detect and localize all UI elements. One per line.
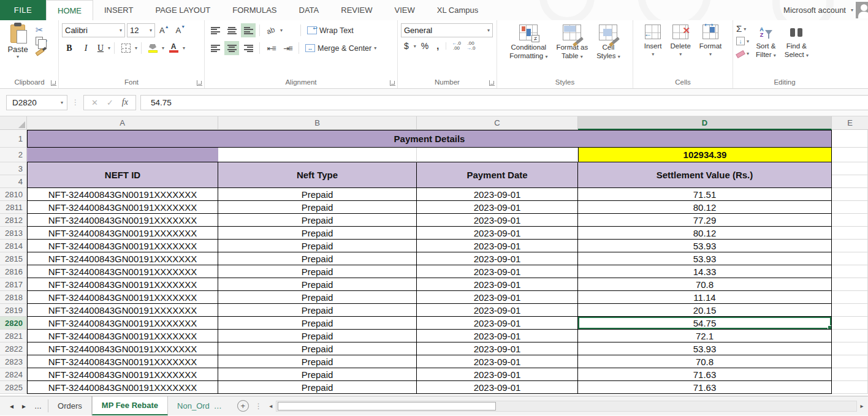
increase-decimal-button[interactable]: ←.0.00 [450, 41, 463, 51]
empty-cell[interactable] [832, 214, 868, 227]
cell-neft-type[interactable]: Prepaid [218, 342, 417, 355]
cell-settlement-value[interactable]: 20.15 [578, 304, 832, 317]
cell-settlement-value[interactable]: 70.8 [578, 355, 832, 368]
cell-payment-date[interactable]: 2023-09-01 [417, 368, 578, 381]
row-header-2813[interactable]: 2813 [0, 227, 27, 240]
selected-cell-d2820[interactable]: 54.75 [578, 317, 832, 330]
italic-button[interactable]: I [78, 41, 93, 55]
empty-cell[interactable] [832, 201, 868, 214]
find-select-button[interactable]: Find & Select ▾ [780, 22, 813, 60]
format-cells-button[interactable]: ⟷ Format ▾ [695, 22, 726, 59]
row-header-2819[interactable]: 2819 [0, 304, 27, 317]
header-neft-type[interactable]: Neft Type [218, 162, 417, 188]
column-header-c[interactable]: C [417, 116, 578, 130]
row-header-2817[interactable]: 2817 [0, 278, 27, 291]
sort-filter-button[interactable]: AZ Sort & Filter ▾ [752, 22, 780, 60]
empty-cell[interactable] [832, 342, 868, 355]
empty-cell[interactable] [832, 304, 868, 317]
fill-button[interactable]: ↓ ▾ [736, 36, 749, 47]
cell-neft-id[interactable]: NFT-324400843GN00191XXXXXXX [27, 188, 218, 201]
cell-neft-id[interactable]: NFT-324400843GN00191XXXXXXX [27, 214, 218, 227]
cell-payment-date[interactable]: 2023-09-01 [417, 201, 578, 214]
cell-neft-type[interactable]: Prepaid [218, 265, 417, 278]
cell-neft-id[interactable]: NFT-324400843GN00191XXXXXXX [27, 265, 218, 278]
new-sheet-button[interactable]: + [237, 400, 249, 412]
row-header-2821[interactable]: 2821 [0, 330, 27, 342]
cell-settlement-value[interactable]: 11.14 [578, 291, 832, 304]
cell-settlement-value[interactable]: 14.33 [578, 265, 832, 278]
empty-cell[interactable] [832, 130, 868, 148]
increase-indent-button[interactable]: ⇥≡ [280, 41, 295, 55]
cell-neft-type[interactable]: Prepaid [218, 355, 417, 368]
tab-insert[interactable]: INSERT [93, 0, 144, 20]
cell-neft-id[interactable]: NFT-324400843GN00191XXXXXXX [27, 278, 218, 291]
cell-settlement-value[interactable]: 53.93 [578, 252, 832, 265]
decrease-indent-button[interactable]: ⇤≡ [264, 41, 278, 55]
empty-cell[interactable] [832, 291, 868, 304]
cell-neft-type[interactable]: Prepaid [218, 214, 417, 227]
empty-cell[interactable] [832, 355, 868, 368]
clipboard-dialog-launcher-icon[interactable] [51, 80, 56, 86]
cell-settlement-value[interactable]: 72.1 [578, 330, 832, 342]
empty-cell[interactable] [832, 188, 868, 201]
cell-neft-type[interactable]: Prepaid [218, 240, 417, 252]
font-dialog-launcher-icon[interactable] [197, 80, 202, 86]
cell-payment-date[interactable]: 2023-09-01 [417, 355, 578, 368]
paste-button[interactable]: Paste ▾ [2, 22, 33, 59]
align-left-button[interactable] [208, 41, 223, 55]
cell-neft-id[interactable]: NFT-324400843GN00191XXXXXXX [27, 304, 218, 317]
cell-neft-type[interactable]: Prepaid [218, 381, 417, 394]
cell-payment-date[interactable]: 2023-09-01 [417, 304, 578, 317]
name-box[interactable]: D2820 ▾ [6, 95, 67, 110]
total-value-cell[interactable]: 102934.39 [578, 148, 832, 162]
cell-neft-id[interactable]: NFT-324400843GN00191XXXXXXX [27, 381, 218, 394]
chevron-down-icon[interactable]: ▾ [280, 28, 283, 33]
cell-neft-type[interactable]: Prepaid [218, 317, 417, 330]
format-as-table-button[interactable]: Format as Table ▾ [552, 22, 592, 61]
cell-payment-date[interactable]: 2023-09-01 [417, 381, 578, 394]
cell-settlement-value[interactable]: 70.8 [578, 278, 832, 291]
cancel-icon[interactable]: ✕ [91, 98, 98, 107]
comma-style-button[interactable]: , [433, 41, 442, 51]
cell-neft-type[interactable]: Prepaid [218, 188, 417, 201]
cell-neft-id[interactable]: NFT-324400843GN00191XXXXXXX [27, 342, 218, 355]
cell-payment-date[interactable]: 2023-09-01 [417, 252, 578, 265]
formula-input[interactable]: 54.75 [140, 95, 868, 110]
accounting-format-button[interactable]: $ [401, 41, 412, 51]
cell-neft-id[interactable]: NFT-324400843GN00191XXXXXXX [27, 355, 218, 368]
user-avatar-icon[interactable] [856, 2, 868, 18]
cell-neft-type[interactable]: Prepaid [218, 291, 417, 304]
cell-neft-id[interactable]: NFT-324400843GN00191XXXXXXX [27, 252, 218, 265]
conditional-formatting-button[interactable]: ≠ Conditional Formatting ▾ [505, 22, 552, 61]
cell-settlement-value[interactable]: 53.93 [578, 342, 832, 355]
clear-button[interactable]: ▾ [736, 48, 749, 59]
underline-button[interactable]: U [95, 41, 106, 55]
fill-color-button[interactable] [145, 41, 160, 55]
cell-neft-type[interactable]: Prepaid [218, 330, 417, 342]
wrap-text-button[interactable]: Wrap Text [305, 23, 356, 37]
empty-cell[interactable] [832, 240, 868, 252]
scroll-left-icon[interactable]: ◂ [266, 403, 276, 409]
cell-payment-date[interactable]: 2023-09-01 [417, 317, 578, 330]
empty-cell[interactable] [832, 368, 868, 381]
number-dialog-launcher-icon[interactable] [489, 80, 495, 86]
row-header-2814[interactable]: 2814 [0, 240, 27, 252]
borders-button[interactable] [118, 41, 133, 55]
cell-settlement-value[interactable]: 80.12 [578, 201, 832, 214]
row-header-3[interactable]: 3 [0, 162, 27, 175]
align-right-button[interactable] [241, 41, 256, 55]
column-header-b[interactable]: B [218, 116, 417, 130]
insert-function-icon[interactable]: fx [122, 97, 128, 107]
row-header-2822[interactable]: 2822 [0, 342, 27, 355]
row-header-2818[interactable]: 2818 [0, 291, 27, 304]
format-painter-icon[interactable] [36, 48, 45, 56]
empty-cell[interactable] [832, 381, 868, 394]
sheet-tab-orders[interactable]: Orders [48, 396, 92, 415]
number-format-combo[interactable]: General ▾ [401, 23, 493, 37]
empty-cell[interactable] [417, 148, 578, 162]
cell-payment-date[interactable]: 2023-09-01 [417, 265, 578, 278]
cell-settlement-value[interactable]: 71.51 [578, 188, 832, 201]
bottom-align-button[interactable] [241, 23, 256, 37]
tab-view[interactable]: VIEW [384, 0, 426, 20]
cell-payment-date[interactable]: 2023-09-01 [417, 342, 578, 355]
